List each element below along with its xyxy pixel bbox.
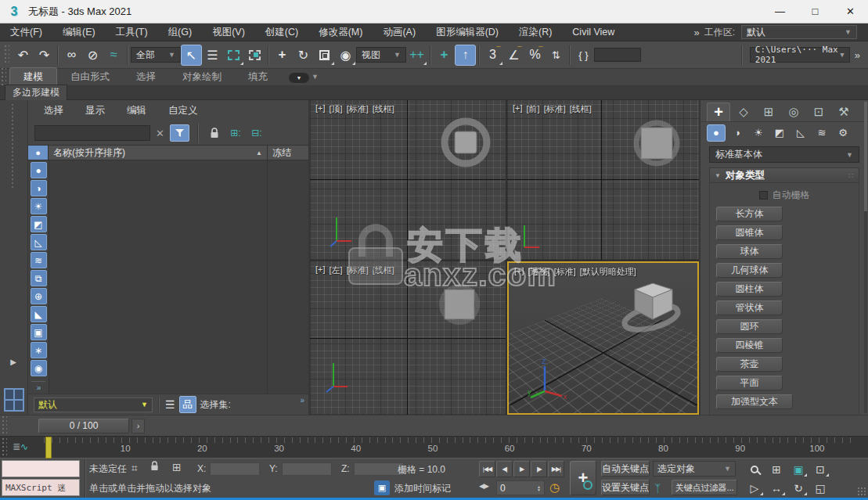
toolbar-overflow-icon[interactable]: »	[855, 49, 859, 61]
time-configuration-icon[interactable]: ◷	[549, 480, 560, 495]
viewcube[interactable]	[437, 283, 482, 326]
menu-item[interactable]: 创建(C)	[255, 23, 308, 41]
collapse-tree-icon[interactable]: ⊟:	[249, 125, 265, 141]
minimize-button[interactable]: —	[762, 0, 798, 23]
pan-hand-icon[interactable]: ↔	[767, 480, 786, 496]
zoom-extents-icon[interactable]: ▣	[789, 461, 808, 477]
ribbon-minimize-button[interactable]: ▼	[289, 73, 309, 83]
filter-funnel-button[interactable]	[170, 124, 189, 142]
helpers-category[interactable]: ◺	[791, 124, 810, 142]
select-by-name-button[interactable]: ☰	[202, 45, 223, 66]
select-link-button[interactable]: ∞	[61, 45, 82, 66]
maxscript-input-area[interactable]	[2, 460, 80, 477]
track-bar[interactable]: ≣∿ 0102030405060708090100	[0, 436, 868, 458]
cone-button[interactable]: 圆锥体	[716, 225, 783, 240]
play-button[interactable]: ▶	[513, 461, 530, 477]
menu-item[interactable]: 文件(F)	[0, 23, 52, 41]
viewport-layout-tabs-icon[interactable]	[4, 388, 24, 412]
window-resize-grip[interactable]	[857, 487, 866, 496]
chevron-down-icon[interactable]: ▼	[312, 73, 319, 81]
menu-item[interactable]: 视图(V)	[202, 23, 255, 41]
y-coordinate-field[interactable]	[282, 462, 332, 476]
scene-explorer-list[interactable]: ●◑☀◩◺≋⧉⊕◣▣∗◉ »	[28, 160, 308, 394]
footer-overflow-icon[interactable]: »	[300, 396, 304, 405]
workspace-dropdown[interactable]: 默认 ▼	[741, 25, 857, 39]
current-frame-field[interactable]: 0 ▲▼	[496, 480, 545, 495]
frame-step-arrows[interactable]: ◀▶	[479, 482, 488, 490]
viewcube[interactable]	[632, 119, 682, 167]
systems-category[interactable]: ⚙	[834, 124, 852, 142]
column-name-header[interactable]: 名称(按升序排序) ▲	[49, 146, 268, 160]
snaps-toggle-button[interactable]: 3⌒	[482, 45, 503, 66]
object-type-rollout-header[interactable]: ▼ 对象类型 ∷	[709, 167, 859, 183]
menu-item[interactable]: 组(G)	[158, 23, 203, 41]
hierarchy-tab[interactable]: ⊞	[757, 103, 780, 121]
menu-item[interactable]: 动画(A)	[373, 23, 426, 41]
scene-explorer-menu-item[interactable]: 自定义	[157, 100, 209, 121]
bones-display-toggle[interactable]: ◣	[31, 306, 47, 322]
close-button[interactable]: ✕	[833, 0, 868, 23]
maximize-viewport-toggle-icon[interactable]: ◱	[811, 480, 830, 496]
ribbon-tab[interactable]: 自由形式	[57, 68, 123, 85]
select-move-button[interactable]: +	[272, 45, 293, 66]
key-mode-dropdown[interactable]: 选定对象 ▼	[653, 461, 736, 477]
select-rotate-button[interactable]: ↻	[293, 45, 314, 66]
viewport-label[interactable]: [+][透视][标准][默认明暗处理]	[514, 266, 636, 278]
helpers-display-toggle[interactable]: ◺	[31, 234, 47, 250]
angle-snap-button[interactable]: ∠⌒	[503, 45, 524, 66]
absolute-offset-toggle-icon[interactable]: ⊞	[172, 461, 182, 473]
column-icon-header[interactable]: ●	[28, 146, 49, 160]
time-slider-grip[interactable]	[2, 415, 7, 436]
maximize-button[interactable]: □	[798, 0, 833, 23]
ribbon-tab[interactable]: 填充	[235, 68, 281, 85]
column-frozen-header[interactable]: 冻结	[268, 146, 308, 160]
viewport-label[interactable]: [+][前][标准][线框]	[513, 103, 592, 115]
scene-explorer-menu-item[interactable]: 编辑	[116, 100, 157, 121]
mini-curve-editor-icon[interactable]: ≣∿	[13, 441, 28, 452]
time-slider-marker[interactable]	[45, 437, 52, 459]
visibility-display-toggle[interactable]: ◉	[31, 360, 47, 376]
menu-item[interactable]: 工具(T)	[106, 23, 158, 41]
auto-key-button[interactable]: 自动关键点	[601, 461, 650, 477]
menu-item[interactable]: 修改器(M)	[308, 23, 373, 41]
time-slider[interactable]: 0 / 100	[38, 419, 129, 433]
display-tab[interactable]: ⊡	[807, 103, 830, 121]
plane-button[interactable]: 平面	[716, 376, 783, 390]
spacewarps-category[interactable]: ≋	[812, 124, 831, 142]
menu-item[interactable]: 渲染(R)	[509, 23, 562, 41]
viewport-label[interactable]: [+][顶][标准][线框]	[315, 103, 394, 115]
viewport-perspective[interactable]: [+][透视][标准][默认明暗处理] Z x y	[507, 261, 699, 415]
bind-spacewarp-button[interactable]: ≈	[103, 45, 124, 66]
modify-tab[interactable]: ◇	[732, 103, 755, 121]
add-time-tag[interactable]: 添加时间标记	[394, 482, 451, 495]
selection-lock-icon[interactable]	[150, 461, 159, 471]
strip-overflow-icon[interactable]: »	[37, 383, 41, 392]
textplus-button[interactable]: 加强型文本	[716, 394, 793, 409]
tube-button[interactable]: 管状体	[716, 300, 783, 315]
next-frame-button[interactable]: |▶	[531, 461, 547, 477]
edit-named-selection-sets-button[interactable]: { }	[573, 45, 594, 66]
polygon-modeling-panel-tab[interactable]: 多边形建模	[5, 85, 67, 101]
selection-filter-dropdown[interactable]: 全部▼	[131, 47, 181, 63]
ribbon-tab[interactable]: 建模	[9, 67, 57, 85]
hierarchy-mode-button[interactable]: 品	[179, 396, 196, 413]
layers-icon[interactable]: ☰	[165, 398, 175, 411]
scene-explorer-search-input[interactable]	[34, 125, 150, 141]
xrefs-display-toggle[interactable]: ⊕	[31, 288, 47, 304]
field-of-view-icon[interactable]: ▷	[745, 480, 764, 496]
prev-frame-button[interactable]: ◀|	[496, 461, 513, 477]
named-selection-set-field[interactable]	[594, 48, 641, 62]
motion-tab[interactable]: ◎	[782, 103, 805, 121]
utilities-tab[interactable]: ⚒	[832, 103, 855, 121]
percent-snap-button[interactable]: %⌒	[524, 45, 546, 66]
use-pivot-center-button[interactable]: ++	[406, 45, 427, 66]
clear-search-icon[interactable]: ✕	[156, 128, 164, 139]
ribbon-tab[interactable]: 对象绘制	[169, 68, 235, 85]
redo-button[interactable]: ↷	[34, 45, 55, 66]
key-filters-button[interactable]: 关键点过滤器...	[672, 480, 737, 495]
shapes-category[interactable]: ◑	[728, 124, 747, 142]
menu-item[interactable]: Civil View	[562, 23, 625, 41]
window-crossing-button[interactable]	[244, 45, 265, 66]
z-coordinate-field[interactable]	[354, 462, 404, 476]
viewcube[interactable]	[619, 275, 686, 343]
